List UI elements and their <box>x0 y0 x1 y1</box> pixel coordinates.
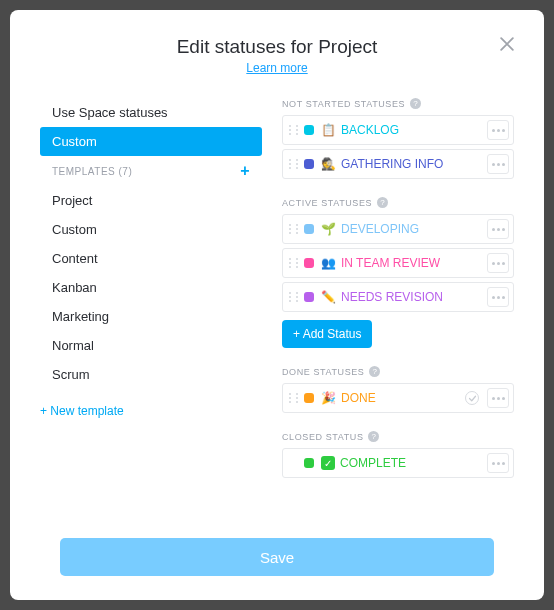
drag-handle-icon[interactable] <box>289 125 298 135</box>
templates-header: TEMPLATES (7) + <box>40 156 262 186</box>
status-color-chip <box>304 258 314 268</box>
drag-handle-icon[interactable] <box>289 224 298 234</box>
status-more-button[interactable] <box>487 453 509 473</box>
done-header: DONE STATUSES ? <box>282 366 514 377</box>
status-emoji: 🎉 <box>321 391 336 405</box>
done-section: DONE STATUSES ? 🎉DONE <box>282 366 514 413</box>
status-color-chip <box>304 159 314 169</box>
add-status-button[interactable]: + Add Status <box>282 320 372 348</box>
modal-title: Edit statuses for Project <box>40 36 514 58</box>
status-color-chip <box>304 224 314 234</box>
status-color-chip <box>304 125 314 135</box>
closed-section: CLOSED STATUS ? ✓COMPLETE <box>282 431 514 478</box>
not-started-section: NOT STARTED STATUSES ? 📋BACKLOG🕵️GATHERI… <box>282 98 514 179</box>
status-emoji: 🌱 <box>321 222 336 236</box>
status-emoji: 🕵️ <box>321 157 336 171</box>
use-space-statuses-option[interactable]: Use Space statuses <box>40 98 262 127</box>
template-item[interactable]: Scrum <box>40 360 262 389</box>
status-color-chip <box>304 292 314 302</box>
status-label: COMPLETE <box>340 456 483 470</box>
template-item[interactable]: Content <box>40 244 262 273</box>
help-icon[interactable]: ? <box>377 197 388 208</box>
active-section: ACTIVE STATUSES ? 🌱DEVELOPING👥IN TEAM RE… <box>282 197 514 348</box>
template-item[interactable]: Kanban <box>40 273 262 302</box>
template-item[interactable]: Project <box>40 186 262 215</box>
drag-handle-icon[interactable] <box>289 393 298 403</box>
templates-header-label: TEMPLATES (7) <box>52 166 132 177</box>
status-label: GATHERING INFO <box>341 157 483 171</box>
status-row[interactable]: ✏️NEEDS REVISION <box>282 282 514 312</box>
add-template-button[interactable]: + <box>240 163 250 179</box>
custom-statuses-option[interactable]: Custom <box>40 127 262 156</box>
done-check-icon[interactable] <box>465 391 479 405</box>
status-more-button[interactable] <box>487 219 509 239</box>
close-button[interactable] <box>496 34 518 56</box>
modal-header: Edit statuses for Project Learn more <box>40 36 514 76</box>
status-label: DEVELOPING <box>341 222 483 236</box>
new-template-link[interactable]: + New template <box>40 397 262 425</box>
modal-content: Use Space statuses Custom TEMPLATES (7) … <box>40 98 514 496</box>
status-row[interactable]: ✓COMPLETE <box>282 448 514 478</box>
help-icon[interactable]: ? <box>410 98 421 109</box>
status-label: BACKLOG <box>341 123 483 137</box>
drag-handle-icon[interactable] <box>289 159 298 169</box>
status-more-button[interactable] <box>487 388 509 408</box>
not-started-header: NOT STARTED STATUSES ? <box>282 98 514 109</box>
status-more-button[interactable] <box>487 120 509 140</box>
template-item[interactable]: Normal <box>40 331 262 360</box>
status-color-chip <box>304 393 314 403</box>
statuses-panel: NOT STARTED STATUSES ? 📋BACKLOG🕵️GATHERI… <box>282 98 514 496</box>
save-button[interactable]: Save <box>60 538 494 576</box>
template-item[interactable]: Marketing <box>40 302 262 331</box>
help-icon[interactable]: ? <box>368 431 379 442</box>
active-header: ACTIVE STATUSES ? <box>282 197 514 208</box>
status-label: NEEDS REVISION <box>341 290 483 304</box>
edit-statuses-modal: Edit statuses for Project Learn more Use… <box>10 10 544 600</box>
status-label: DONE <box>341 391 465 405</box>
status-row[interactable]: 🎉DONE <box>282 383 514 413</box>
drag-handle-icon[interactable] <box>289 292 298 302</box>
close-icon <box>497 34 517 54</box>
drag-handle-icon[interactable] <box>289 258 298 268</box>
status-row[interactable]: 🌱DEVELOPING <box>282 214 514 244</box>
status-label: IN TEAM REVIEW <box>341 256 483 270</box>
status-row[interactable]: 📋BACKLOG <box>282 115 514 145</box>
status-more-button[interactable] <box>487 287 509 307</box>
status-emoji: ✏️ <box>321 290 336 304</box>
status-row[interactable]: 👥IN TEAM REVIEW <box>282 248 514 278</box>
status-more-button[interactable] <box>487 253 509 273</box>
status-emoji: 👥 <box>321 256 336 270</box>
help-icon[interactable]: ? <box>369 366 380 377</box>
status-type-sidebar: Use Space statuses Custom TEMPLATES (7) … <box>40 98 262 496</box>
closed-header: CLOSED STATUS ? <box>282 431 514 442</box>
learn-more-link[interactable]: Learn more <box>246 61 307 75</box>
status-emoji: 📋 <box>321 123 336 137</box>
template-item[interactable]: Custom <box>40 215 262 244</box>
status-more-button[interactable] <box>487 154 509 174</box>
checkmark-icon: ✓ <box>321 456 335 470</box>
status-row[interactable]: 🕵️GATHERING INFO <box>282 149 514 179</box>
status-color-chip <box>304 458 314 468</box>
